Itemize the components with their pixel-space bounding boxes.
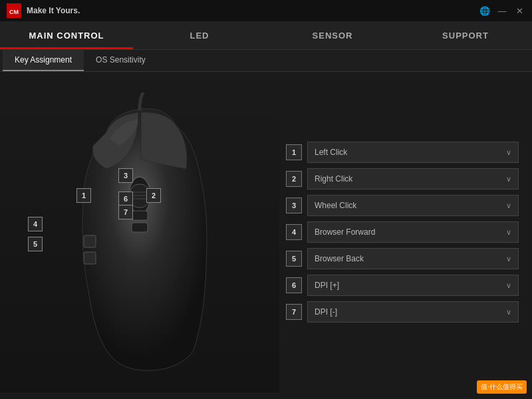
marker-7: 7: [118, 205, 133, 219]
chevron-icon-3: ∨: [506, 201, 511, 210]
watermark: 值·什么值得买: [477, 380, 527, 394]
btn-num-3: 3: [286, 198, 302, 213]
assignment-label-5: Browser Back: [315, 254, 506, 263]
marker-6: 6: [118, 192, 133, 206]
marker-1: 1: [76, 188, 91, 203]
assignment-label-2: Right Click: [315, 174, 506, 184]
subtab-os-sensitivity[interactable]: OS Sensitivity: [84, 50, 158, 71]
assignment-row-1: 1 Left Click ∨: [286, 142, 519, 163]
chevron-icon-4: ∨: [506, 228, 511, 237]
btn-num-5: 5: [286, 251, 302, 267]
assignment-label-1: Left Click: [315, 148, 506, 157]
sub-tabs: Key Assignment OS Sensitivity: [0, 50, 532, 72]
btn-num-1: 1: [286, 144, 302, 160]
window-controls: 🌐 — ✕: [479, 5, 525, 17]
close-button[interactable]: ✕: [513, 5, 525, 17]
tab-support[interactable]: SUPPORT: [399, 21, 532, 49]
title-bar-left: CM Make It Yours.: [7, 3, 80, 18]
app-title: Make It Yours.: [27, 6, 80, 15]
marker-3: 3: [118, 168, 133, 183]
btn-num-6: 6: [286, 277, 302, 293]
assignment-row-3: 3 Wheel Click ∨: [286, 195, 519, 216]
main-nav: MAIN CONTROL LED SENSOR SUPPORT: [0, 21, 532, 50]
btn-num-4: 4: [286, 224, 302, 240]
assignment-row-7: 7 DPI [-] ∨: [286, 301, 519, 323]
coolermaster-logo: CM: [7, 3, 21, 18]
mouse-area: 1 2 3 4 5 6 7: [0, 72, 279, 392]
assignment-select-3[interactable]: Wheel Click ∨: [307, 195, 519, 216]
tab-main-control[interactable]: MAIN CONTROL: [0, 21, 133, 49]
tab-sensor[interactable]: SENSOR: [266, 21, 399, 49]
svg-text:CM: CM: [9, 9, 19, 15]
marker-4: 4: [28, 217, 43, 231]
marker-5: 5: [28, 237, 43, 251]
minimize-button[interactable]: —: [496, 5, 508, 17]
assignment-select-7[interactable]: DPI [-] ∨: [307, 301, 519, 323]
chevron-icon-5: ∨: [506, 255, 511, 263]
content-area: 1 2 3 4 5 6 7 1 Left Click ∨ 2: [0, 72, 532, 392]
btn-num-7: 7: [286, 304, 302, 320]
globe-icon[interactable]: 🌐: [479, 5, 491, 17]
assignment-select-1[interactable]: Left Click ∨: [307, 142, 519, 163]
btn-num-2: 2: [286, 171, 302, 187]
assignment-row-4: 4 Browser Forward ∨: [286, 221, 519, 243]
assignment-label-4: Browser Forward: [315, 227, 506, 237]
chevron-icon-1: ∨: [506, 148, 511, 157]
marker-2: 2: [146, 188, 161, 203]
subtab-key-assignment[interactable]: Key Assignment: [3, 50, 84, 71]
chevron-icon-6: ∨: [506, 281, 511, 290]
assignment-select-4[interactable]: Browser Forward ∨: [307, 221, 519, 243]
assignment-select-6[interactable]: DPI [+] ∨: [307, 275, 519, 296]
chevron-icon-7: ∨: [506, 308, 511, 317]
tab-led[interactable]: LED: [133, 21, 266, 49]
title-bar: CM Make It Yours. 🌐 — ✕: [0, 0, 532, 21]
assignment-row-5: 5 Browser Back ∨: [286, 248, 519, 269]
assignment-select-2[interactable]: Right Click ∨: [307, 168, 519, 190]
assignment-label-3: Wheel Click: [315, 201, 506, 210]
assignments-panel: 1 Left Click ∨ 2 Right Click ∨ 3 Wheel C…: [279, 72, 532, 392]
chevron-icon-2: ∨: [506, 175, 511, 184]
assignment-label-7: DPI [-]: [315, 307, 506, 317]
assignment-select-5[interactable]: Browser Back ∨: [307, 248, 519, 269]
button-markers: 1 2 3 4 5 6 7: [0, 72, 279, 392]
assignment-row-6: 6 DPI [+] ∨: [286, 275, 519, 296]
assignment-label-6: DPI [+]: [315, 281, 506, 290]
assignment-row-2: 2 Right Click ∨: [286, 168, 519, 190]
